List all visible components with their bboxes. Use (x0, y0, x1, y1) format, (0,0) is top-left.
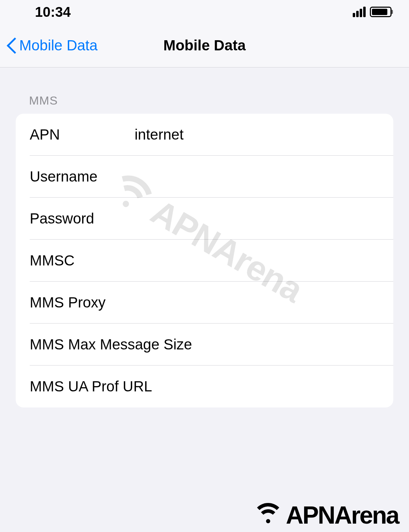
back-label: Mobile Data (19, 37, 98, 54)
mms-settings-group: APN Username Password MMSC MMS Proxy MMS… (16, 114, 393, 407)
mms-ua-prof-label: MMS UA Prof URL (30, 378, 152, 395)
mms-proxy-label: MMS Proxy (30, 294, 135, 311)
battery-icon (370, 7, 392, 17)
mms-max-size-label: MMS Max Message Size (30, 336, 192, 353)
mms-max-size-input[interactable] (192, 336, 379, 353)
section-header-mms: MMS (29, 94, 393, 107)
cellular-signal-icon (353, 7, 366, 17)
footer-logo: APNArena (252, 501, 399, 529)
apn-row[interactable]: APN (16, 114, 393, 156)
username-row[interactable]: Username (16, 156, 393, 198)
chevron-left-icon (7, 38, 16, 53)
apn-input[interactable] (135, 126, 379, 143)
navigation-bar: Mobile Data Mobile Data (0, 24, 409, 68)
mms-proxy-row[interactable]: MMS Proxy (16, 282, 393, 324)
content-area: MMS APN Username Password MMSC MMS Proxy… (0, 68, 409, 407)
status-bar: 10:34 (0, 0, 409, 24)
password-input[interactable] (135, 210, 379, 227)
mms-max-size-row[interactable]: MMS Max Message Size (16, 324, 393, 366)
mmsc-row[interactable]: MMSC (16, 240, 393, 282)
password-row[interactable]: Password (16, 198, 393, 240)
status-indicators (353, 7, 392, 17)
mms-ua-prof-row[interactable]: MMS UA Prof URL (16, 366, 393, 407)
back-button[interactable]: Mobile Data (7, 37, 98, 54)
page-title: Mobile Data (163, 37, 246, 54)
username-input[interactable] (135, 168, 379, 185)
wifi-icon (252, 503, 284, 527)
apn-label: APN (30, 126, 135, 143)
mms-ua-prof-input[interactable] (152, 378, 379, 395)
password-label: Password (30, 210, 135, 227)
mmsc-input[interactable] (135, 252, 379, 269)
mms-proxy-input[interactable] (135, 294, 379, 311)
username-label: Username (30, 168, 135, 185)
footer-logo-text: APNArena (286, 501, 399, 529)
status-time: 10:34 (35, 4, 71, 20)
mmsc-label: MMSC (30, 252, 135, 269)
